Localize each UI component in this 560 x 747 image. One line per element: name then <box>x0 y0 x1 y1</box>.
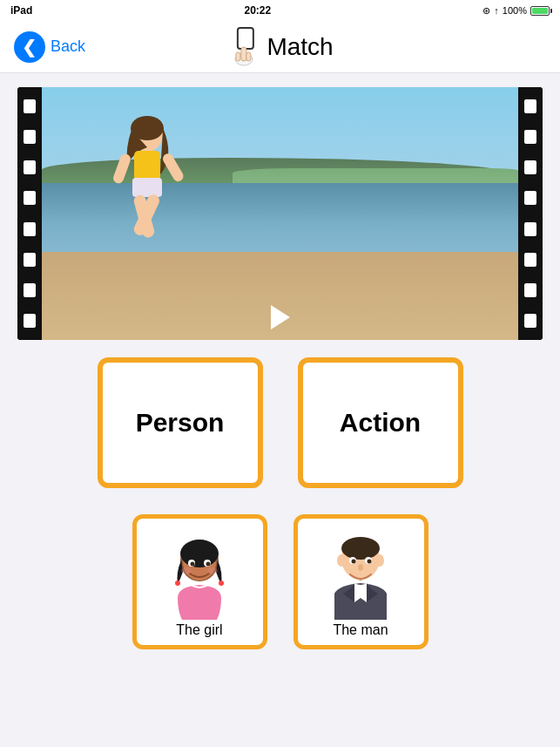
film-holes-right <box>518 87 543 340</box>
svg-rect-4 <box>246 52 250 61</box>
back-label: Back <box>51 37 85 56</box>
person-category-card[interactable]: Person <box>98 357 263 488</box>
film-hole <box>24 283 36 297</box>
film-holes-left <box>17 87 42 340</box>
svg-rect-3 <box>235 52 240 61</box>
svg-rect-11 <box>111 153 132 185</box>
status-bar: iPad 20:22 ⊛ ↑ 100% <box>0 0 560 21</box>
svg-rect-8 <box>132 178 162 197</box>
wifi-icon: ⊛ <box>482 5 490 17</box>
svg-point-15 <box>180 540 219 567</box>
nav-bar: ❮ Back Match <box>0 21 560 73</box>
film-hole <box>24 99 36 113</box>
battery-label: 100% <box>503 5 527 16</box>
status-right: ⊛ ↑ 100% <box>482 5 550 17</box>
svg-point-26 <box>337 554 346 567</box>
svg-point-22 <box>181 567 192 574</box>
film-hole <box>524 283 536 297</box>
film-hole <box>524 314 536 328</box>
girl-answer-card[interactable]: The girl <box>132 514 267 649</box>
category-cards-area: Person Action <box>17 357 543 488</box>
film-hole <box>524 253 536 267</box>
man-answer-card[interactable]: The man <box>293 514 428 649</box>
tap-icon <box>226 26 260 68</box>
battery-icon <box>530 6 550 16</box>
page-title: Match <box>267 33 333 61</box>
svg-point-16 <box>175 581 180 586</box>
answer-cards-area: The girl <box>17 514 543 649</box>
svg-rect-0 <box>237 28 253 49</box>
film-hole <box>524 130 536 144</box>
beach-scene <box>42 87 518 340</box>
svg-point-21 <box>206 561 211 566</box>
film-hole <box>524 99 536 113</box>
film-hole <box>24 222 36 236</box>
device-label: iPad <box>10 4 32 17</box>
svg-point-23 <box>207 567 218 574</box>
back-button[interactable]: ❮ Back <box>14 31 85 63</box>
girl-answer-label: The girl <box>176 622 222 638</box>
girl-image <box>137 519 263 624</box>
signal-icon: ↑ <box>494 5 499 16</box>
svg-point-17 <box>219 581 224 586</box>
girl-illustration <box>152 524 247 620</box>
back-circle: ❮ <box>14 31 45 63</box>
man-answer-label: The man <box>333 622 388 638</box>
svg-point-31 <box>368 559 372 563</box>
action-label: Action <box>340 408 421 438</box>
film-strip <box>17 87 543 340</box>
film-hole <box>24 314 36 328</box>
nav-center: Match <box>226 26 333 68</box>
action-category-card[interactable]: Action <box>298 357 463 488</box>
play-button[interactable] <box>271 305 290 329</box>
svg-point-32 <box>358 564 363 571</box>
svg-rect-7 <box>134 151 160 181</box>
film-hole <box>24 130 36 144</box>
man-image <box>298 519 424 624</box>
time-display: 20:22 <box>245 4 272 17</box>
video-content <box>42 87 518 340</box>
film-hole <box>524 160 536 174</box>
back-chevron-icon: ❮ <box>22 37 37 58</box>
man-illustration <box>313 524 408 620</box>
video-player[interactable] <box>17 87 543 340</box>
girl-figure <box>99 112 195 269</box>
film-hole <box>24 160 36 174</box>
svg-point-30 <box>352 559 356 563</box>
person-label: Person <box>136 408 225 438</box>
film-hole <box>24 253 36 267</box>
svg-point-20 <box>191 561 195 566</box>
film-hole <box>524 222 536 236</box>
svg-rect-2 <box>240 47 246 61</box>
film-hole <box>524 191 536 205</box>
svg-point-25 <box>341 537 380 560</box>
film-hole <box>24 191 36 205</box>
svg-point-27 <box>375 554 384 567</box>
